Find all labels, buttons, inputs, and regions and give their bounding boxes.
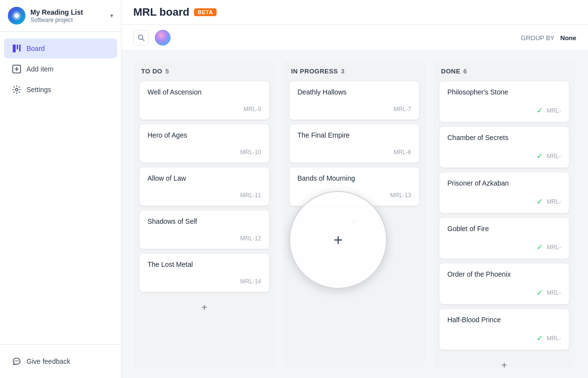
card-meta: MRL-12 [147,235,261,242]
group-by-label: GROUP BY [521,34,554,42]
card-meta: ✓MRL- [447,288,561,297]
svg-rect-2 [13,45,16,52]
card-title: Shadows of Self [147,217,261,225]
column-todo: TO DO5Well of AscensionMRL-9Hero of Ages… [133,61,275,368]
card-meta: MRL-11 [147,192,261,199]
check-icon: ✓ [537,197,543,206]
card[interactable]: The Final EmpireMRL-8 [289,124,419,163]
sidebar-item-board[interactable]: Board [4,39,117,58]
beta-badge: BETA [194,8,216,16]
column-count-todo: 5 [165,68,169,75]
feedback-icon [12,356,22,366]
card[interactable]: Well of AscensionMRL-9 [139,81,270,120]
sidebar-item-give-feedback-label: Give feedback [26,357,71,365]
card-meta: ✓MRL- [447,151,561,161]
add-card-button-done[interactable]: + [439,356,569,368]
card-title: Well of Ascension [147,88,261,96]
column-title-todo: TO DO [141,68,162,75]
card[interactable]: Prisoner of Azkaban✓MRL- [439,172,569,213]
page-title: MRL board [133,6,189,19]
card-meta: MRL-8 [297,149,411,156]
card-id: MRL-9 [244,106,261,113]
card-id: MRL- [547,153,561,160]
chevron-down-icon: ▾ [110,12,113,19]
svg-point-11 [18,360,19,361]
project-info: My Reading List Software project [30,8,110,24]
svg-rect-3 [17,45,18,49]
avatar[interactable] [155,30,171,46]
card-meta: ✓MRL- [447,197,561,206]
card[interactable]: Shadows of SelfMRL-12 [139,210,270,249]
add-item-icon [12,64,22,74]
check-icon: ✓ [537,242,543,252]
card-id: MRL-8 [393,149,411,156]
project-name: My Reading List [30,8,110,17]
toolbar: GROUP BY None [122,25,588,51]
column-header-inprogress: IN PROGRESS3 [289,68,419,75]
card[interactable]: Deathly HallowsMRL-7 [289,81,419,120]
card-meta: MRL-9 [147,106,261,113]
card-id: MRL- [547,198,561,205]
card-title: The Lost Metal [147,260,261,268]
card-id: MRL-11 [240,192,261,199]
card[interactable]: Half-Blood Prince✓MRL- [439,308,569,350]
check-icon: ✓ [537,288,543,297]
card[interactable]: Allow of LawMRL-11 [139,167,270,206]
search-icon [138,34,145,41]
column-count-inprogress: 3 [341,68,344,75]
card[interactable]: Philosopher's Stone✓MRL- [439,81,569,122]
sidebar-item-add-item-label: Add item [26,65,53,73]
check-icon: ✓ [537,333,543,343]
card-title: Chamber of Secrets [447,134,561,142]
card[interactable]: Order of the Phoenix✓MRL- [439,263,569,305]
card[interactable]: Goblet of Fire✓MRL- [439,217,569,259]
card-meta: ✓MRL- [447,106,561,115]
card[interactable]: Bands of MourningMRL-13 [289,167,419,206]
column-done: DONE6Philosopher's Stone✓MRL-Chamber of … [433,61,575,368]
card-id: MRL- [547,289,561,296]
topbar: MRL board BETA [122,0,588,25]
group-by-value[interactable]: None [561,34,577,42]
check-icon: ✓ [537,106,543,115]
board-area: TO DO5Well of AscensionMRL-9Hero of Ages… [122,51,588,378]
card-title: Deathly Hallows [297,88,411,96]
gear-icon [12,85,22,94]
sidebar-item-settings[interactable]: Settings [4,80,117,99]
column-inprogress: IN PROGRESS3Deathly HallowsMRL-7The Fina… [283,61,425,368]
sidebar-item-board-label: Board [26,45,45,52]
card-id: MRL-10 [240,149,261,156]
add-card-button-inprogress[interactable]: + [289,212,419,231]
card[interactable]: The Lost MetalMRL-14 [139,253,270,292]
main-content: MRL board BETA GROUP BY None TO DO5Well … [122,0,588,378]
column-header-done: DONE6 [439,68,569,75]
add-card-button-todo[interactable]: + [139,298,270,317]
card[interactable]: Hero of AgesMRL-10 [139,124,270,163]
card-title: The Final Empire [297,131,411,139]
sidebar-item-add-item[interactable]: Add item [4,59,117,79]
search-button[interactable] [133,30,149,46]
svg-rect-4 [19,45,21,51]
card-title: Prisoner of Azkaban [447,179,561,187]
column-title-done: DONE [441,68,461,75]
card-meta: MRL-7 [297,106,411,113]
column-header-todo: TO DO5 [139,68,270,75]
card-meta: MRL-10 [147,149,261,156]
board-icon [12,44,22,53]
sidebar-item-give-feedback[interactable]: Give feedback [4,352,117,371]
project-header[interactable]: My Reading List Software project ▾ [0,0,121,32]
column-count-done: 6 [464,68,467,75]
check-icon: ✓ [537,151,543,161]
project-logo [8,7,25,24]
card-title: Order of the Phoenix [447,270,561,278]
sidebar: My Reading List Software project ▾ Board [0,0,122,378]
card-id: MRL- [547,107,561,114]
card-title: Half-Blood Prince [447,316,561,324]
svg-point-9 [15,360,16,361]
card-id: MRL-14 [240,278,261,285]
sidebar-nav: Board Add item Settings [0,32,121,344]
card-meta: ✓MRL- [447,333,561,343]
svg-point-10 [16,360,17,361]
card-id: MRL-12 [240,235,261,242]
card[interactable]: Chamber of Secrets✓MRL- [439,126,569,168]
card-id: MRL- [547,244,561,251]
